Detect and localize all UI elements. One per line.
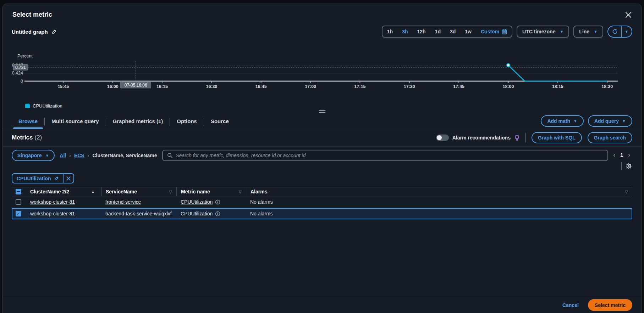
row-checkbox-checked[interactable]: ✓ xyxy=(16,211,21,216)
time-range-custom[interactable]: Custom xyxy=(476,26,512,37)
sort-icon[interactable]: ▽ xyxy=(625,190,628,194)
service-link[interactable]: backend-task-service-wuiqxlvf xyxy=(105,211,172,216)
add-math-button[interactable]: Add math ▼ xyxy=(541,115,583,127)
select-metric-button[interactable]: Select metric xyxy=(588,299,632,311)
time-range-12h[interactable]: 12h xyxy=(412,26,430,37)
refresh-options-button[interactable]: ▼ xyxy=(622,26,632,37)
x-tick-label: 18:15 xyxy=(552,84,563,89)
sort-ascending-icon[interactable]: ▲ xyxy=(91,190,95,194)
add-query-button[interactable]: Add query ▼ xyxy=(588,115,632,127)
calendar-icon xyxy=(502,29,507,34)
remove-filter-icon[interactable] xyxy=(63,174,73,183)
page-previous-icon[interactable]: ‹ xyxy=(613,152,615,158)
info-icon[interactable] xyxy=(215,211,220,216)
chart-legend: CPUUtilization xyxy=(25,103,642,109)
column-header-clustername[interactable]: ClusterName 2/2 ▲ xyxy=(26,187,101,196)
applied-filter-row: CPUUtilization xyxy=(2,170,642,186)
tab-source[interactable]: Source xyxy=(204,114,236,129)
info-icon[interactable] xyxy=(215,199,220,205)
time-range-1d[interactable]: 1d xyxy=(430,26,445,37)
edit-graph-name-icon[interactable] xyxy=(51,29,57,34)
alarm-recommendations-toggle[interactable] xyxy=(436,134,449,141)
x-tick-label: 16:15 xyxy=(156,84,168,89)
sort-icon[interactable]: ▽ xyxy=(169,190,172,194)
metric-link[interactable]: CPUUtilization xyxy=(181,199,213,205)
modal-title: Select metric xyxy=(12,11,632,18)
chart-ylabel: Percent xyxy=(17,54,33,59)
crosshair-time-label: 07-05 16:06 xyxy=(125,83,147,88)
x-tick-label: 16:30 xyxy=(206,84,217,89)
y-tick-label: 0.424 xyxy=(12,71,23,76)
pagination: ‹ 1 › xyxy=(613,150,632,160)
graph-search-button[interactable]: Graph search xyxy=(588,132,632,143)
metrics-header-bar: Metrics (2) Alarm recommendations Graph … xyxy=(2,129,642,147)
x-tick-label: 17:15 xyxy=(354,84,366,89)
alarm-recommendations-toggle-group: Alarm recommendations xyxy=(436,134,520,141)
time-range-3h-active[interactable]: 3h xyxy=(397,26,412,37)
cluster-link[interactable]: workshop-cluster-81 xyxy=(30,199,75,205)
chevron-down-icon: ▼ xyxy=(560,29,563,34)
table-settings-gear-icon[interactable] xyxy=(625,163,632,170)
metric-link[interactable]: CPUUtilization xyxy=(181,211,213,216)
tab-browse[interactable]: Browse xyxy=(12,114,44,129)
refresh-button[interactable] xyxy=(608,26,622,37)
filter-tag-body[interactable]: CPUUtilization xyxy=(12,174,63,183)
x-tick-label: 15:45 xyxy=(57,84,69,89)
x-tick-label: 16:00 xyxy=(107,84,119,89)
graph-with-sql-button[interactable]: Graph with SQL xyxy=(532,132,582,143)
breadcrumb-current: ClusterName, ServiceName xyxy=(92,153,157,158)
breadcrumb-all-link[interactable]: All xyxy=(60,153,66,158)
time-range-1w[interactable]: 1w xyxy=(460,26,476,37)
column-header-alarms[interactable]: Alarms ▽ xyxy=(246,187,632,196)
service-link[interactable]: frontend-service xyxy=(105,199,141,205)
metrics-count: (2) xyxy=(34,134,42,141)
modal-header: Select metric xyxy=(2,4,642,18)
lightbulb-icon xyxy=(514,134,520,141)
tab-multi-source-query[interactable]: Multi source query xyxy=(45,114,105,129)
close-icon[interactable] xyxy=(624,11,632,19)
alarms-cell: No alarms xyxy=(246,199,632,205)
metric-filter-tag: CPUUtilization xyxy=(12,173,74,183)
column-header-servicename[interactable]: ServiceName ▽ xyxy=(101,187,176,196)
breadcrumb-separator: › xyxy=(69,153,71,158)
region-dropdown[interactable]: Singapore ▼ xyxy=(12,150,55,161)
tab-graphed-metrics[interactable]: Graphed metrics (1) xyxy=(106,114,170,129)
edit-filter-icon[interactable] xyxy=(54,176,59,181)
cluster-link[interactable]: workshop-cluster-81 xyxy=(30,211,75,216)
tab-options[interactable]: Options xyxy=(170,114,204,129)
page-next-icon[interactable]: › xyxy=(628,152,630,158)
chart-type-dropdown[interactable]: Line ▼ xyxy=(573,26,603,38)
table-row-selected[interactable]: ✓ workshop-cluster-81 backend-task-servi… xyxy=(12,208,632,220)
timezone-dropdown[interactable]: UTC timezone ▼ xyxy=(517,26,569,38)
metric-chart[interactable]: Percent0.8470.42400.73115:4516:0016:1516… xyxy=(12,47,632,101)
drag-handle-icon[interactable] xyxy=(319,110,325,113)
breadcrumb-ecs-link[interactable]: ECS xyxy=(74,153,84,158)
metrics-table: ClusterName 2/2 ▲ ServiceName ▽ Metric n… xyxy=(12,187,632,220)
row-checkbox-unchecked[interactable] xyxy=(16,199,21,205)
panel-resize-row xyxy=(2,109,642,114)
chevron-down-icon: ▼ xyxy=(594,29,598,34)
table-header-row: ClusterName 2/2 ▲ ServiceName ▽ Metric n… xyxy=(12,187,632,196)
alarms-cell: No alarms xyxy=(246,211,632,216)
chevron-down-icon: ▼ xyxy=(625,29,629,34)
metric-search-box xyxy=(162,150,609,161)
time-range-3d[interactable]: 3d xyxy=(445,26,460,37)
table-row[interactable]: workshop-cluster-81 frontend-service CPU… xyxy=(12,196,632,208)
graph-title: Untitled graph xyxy=(12,29,48,35)
cancel-button[interactable]: Cancel xyxy=(562,302,579,308)
search-input[interactable] xyxy=(176,153,604,158)
sort-icon[interactable]: ▽ xyxy=(239,190,242,194)
legend-label[interactable]: CPUUtilization xyxy=(33,103,62,109)
y-tick-label: 0 xyxy=(21,79,23,84)
chevron-down-icon: ▼ xyxy=(573,119,577,123)
select-all-checkbox[interactable] xyxy=(16,189,21,194)
alarm-recommendations-label: Alarm recommendations xyxy=(452,135,511,141)
metrics-title: Metrics (2) xyxy=(12,134,42,141)
crosshair-value-label: 0.731 xyxy=(15,65,26,70)
modal-footer: Cancel Select metric xyxy=(2,297,642,313)
time-range-1h[interactable]: 1h xyxy=(382,26,397,37)
legend-color-swatch xyxy=(25,104,30,108)
x-tick-label: 18:00 xyxy=(503,84,514,89)
chevron-down-icon: ▼ xyxy=(622,119,626,123)
column-header-metric-name[interactable]: Metric name ▽ xyxy=(176,187,246,196)
